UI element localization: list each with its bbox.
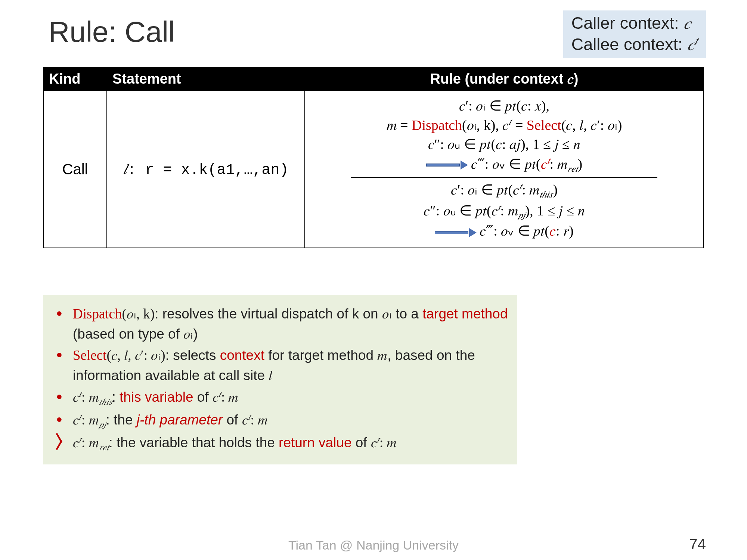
n5sup2: 𝑡 (377, 435, 379, 444)
n4b: : 𝑚 (81, 412, 99, 427)
stmt-rest: : r = x.k(a1,…,an) (127, 162, 288, 178)
l6a: 𝑐″: 𝑜ᵤ ∈ 𝑝𝑡(𝑐 (424, 202, 498, 218)
n5sup: 𝑡 (79, 435, 81, 444)
note-select: Select(𝑐, 𝑙, 𝑐′: 𝑜ᵢ): selects context fo… (52, 345, 508, 385)
cell-kind: Call (44, 91, 107, 248)
n5b: : 𝑚 (81, 435, 99, 450)
l6sub: 𝑝𝑗 (518, 210, 525, 220)
n3e: of 𝑐 (193, 389, 218, 405)
page-number: 74 (689, 536, 706, 553)
th-kind: Kind (44, 67, 107, 91)
n5f: : 𝑚 (379, 435, 397, 450)
rule-concl-1: 𝑐′: 𝑜ᵢ ∈ 𝑝𝑡(𝑐𝑡: 𝑚𝑡ℎ𝑖𝑠) (451, 180, 558, 201)
n4a: 𝑐 (73, 412, 79, 427)
l7b: : 𝑟) (556, 223, 574, 239)
l4c: ) (578, 156, 583, 171)
n2a: Select (73, 348, 106, 363)
notes-box: Dispatch(𝑜ᵢ, k): resolves the virtual di… (43, 295, 517, 464)
l5sub: 𝑡ℎ𝑖𝑠 (539, 189, 553, 199)
n3b: : 𝑚 (81, 389, 99, 405)
l7a: 𝑐‴: 𝑜ᵥ ∈ 𝑝𝑡( (480, 223, 549, 239)
note-mret: 𝑐𝑡: 𝑚𝑟𝑒𝑡: the variable that holds the re… (52, 433, 508, 454)
n5d: return value (279, 435, 351, 450)
rule-premise-1: 𝑐′: 𝑜ᵢ ∈ 𝑝𝑡(𝑐: 𝑥), (459, 96, 549, 115)
callee-context-row: Callee context: 𝑐𝑡 (571, 34, 698, 55)
rule-concl-2: 𝑐″: 𝑜ᵤ ∈ 𝑝𝑡(𝑐𝑡: 𝑚𝑝𝑗), 1 ≤ 𝑗 ≤ 𝑛 (424, 201, 585, 222)
l6sup: 𝑡 (498, 202, 500, 212)
cell-rule: 𝑐′: 𝑜ᵢ ∈ 𝑝𝑡(𝑐: 𝑥), 𝑚 = Dispatch(𝑜ᵢ, k), … (305, 91, 703, 248)
dispatch-fn: Dispatch (412, 117, 462, 133)
callee-context-sym: 𝑐 (687, 35, 695, 54)
l6b: : 𝑚 (500, 202, 518, 218)
n5sub: 𝑟𝑒𝑡 (99, 442, 109, 452)
rule-concl-3: 𝑐‴: 𝑜ᵥ ∈ 𝑝𝑡(𝑐: 𝑟) (435, 221, 573, 240)
table-header: Kind Statement Rule (under context 𝑐) (44, 67, 703, 91)
n3a: 𝑐 (73, 389, 79, 405)
l2d: (𝑐, 𝑙, 𝑐′: 𝑜ᵢ) (561, 117, 622, 133)
stmt-l: 𝑙 (123, 161, 127, 177)
n3c: : (112, 389, 120, 405)
l5a: 𝑐′: 𝑜ᵢ ∈ 𝑝𝑡(𝑐 (451, 182, 519, 197)
n4f: : 𝑚 (251, 412, 268, 427)
callee-context-sup: 𝑡 (695, 34, 698, 46)
l4ct: 𝑐 (541, 156, 547, 171)
l4b: : 𝑚 (550, 156, 567, 171)
l4a: 𝑐‴: 𝑜ᵥ ∈ 𝑝𝑡( (471, 156, 541, 171)
n1d: target method (422, 306, 508, 321)
caller-context-sym: 𝑐 (684, 14, 691, 32)
slide-title: Rule: Call (49, 15, 175, 49)
l6c: ), 1 ≤ 𝑗 ≤ 𝑛 (525, 202, 585, 218)
n3sup: 𝑡 (79, 389, 81, 398)
n1a: Dispatch (73, 306, 122, 321)
n5e: of 𝑐 (352, 435, 377, 450)
arrow-icon (426, 162, 467, 168)
n3sup2: 𝑡 (218, 389, 221, 398)
n4sub: 𝑝𝑗 (99, 420, 106, 429)
table-row: Call 𝑙: r = x.k(a1,…,an) 𝑐′: 𝑜ᵢ ∈ 𝑝𝑡(𝑐: … (44, 91, 703, 248)
note-mpj: 𝑐𝑡: 𝑚𝑝𝑗: the j-th parameter of 𝑐𝑡: 𝑚 (52, 410, 508, 431)
th-rule: Rule (under context 𝑐) (305, 67, 703, 91)
rule-premise-4: 𝑐‴: 𝑜ᵥ ∈ 𝑝𝑡(𝑐𝑡: 𝑚𝑟𝑒𝑡) (426, 154, 582, 175)
rule-table: Kind Statement Rule (under context 𝑐) Ca… (43, 67, 704, 248)
l2a: 𝑚 = (387, 117, 412, 133)
l5c: ) (553, 182, 558, 197)
footer-text: Tian Tan @ Nanjing University (0, 538, 747, 553)
n4c: : the (106, 412, 137, 427)
l7c: 𝑐 (549, 223, 556, 239)
n1e: (based on type of 𝑜ᵢ) (73, 326, 198, 342)
note-dispatch: Dispatch(𝑜ᵢ, k): resolves the virtual di… (52, 304, 508, 344)
caller-context-label: Caller context: (571, 13, 684, 32)
n4sup: 𝑡 (79, 411, 81, 421)
n4sup2: 𝑡 (248, 411, 251, 421)
n5c: : the variable that holds the (109, 435, 279, 450)
l5b: : 𝑚 (522, 182, 539, 197)
n2d: context (220, 348, 264, 363)
n4e: of 𝑐 (223, 412, 248, 427)
cell-statement: 𝑙: r = x.k(a1,…,an) (107, 91, 305, 248)
n3sub: 𝑡ℎ𝑖𝑠 (99, 397, 112, 407)
arrow-icon (435, 229, 476, 236)
n3f: : 𝑚 (221, 389, 239, 405)
n2c: : selects (165, 348, 220, 363)
l2b: (𝑜ᵢ, k), 𝑐 (462, 117, 509, 133)
th-statement: Statement (107, 67, 305, 91)
inference-line (351, 177, 657, 178)
l4sub: 𝑟𝑒𝑡 (567, 164, 578, 174)
l2c: = (511, 117, 526, 133)
note-mthis: 𝑐𝑡: 𝑚𝑡ℎ𝑖𝑠: this variable of 𝑐𝑡: 𝑚 (52, 387, 508, 408)
select-fn: Select (527, 117, 561, 133)
caller-context-row: Caller context: 𝑐 (571, 13, 698, 34)
callee-context-label: Callee context: (571, 35, 687, 54)
context-legend-box: Caller context: 𝑐 Callee context: 𝑐𝑡 (563, 10, 706, 58)
rule-premise-3: 𝑐″: 𝑜ᵤ ∈ 𝑝𝑡(𝑐: 𝑎𝑗), 1 ≤ 𝑗 ≤ 𝑛 (428, 135, 581, 154)
rule-premise-2: 𝑚 = Dispatch(𝑜ᵢ, k), 𝑐𝑡 = Select(𝑐, 𝑙, 𝑐… (387, 115, 622, 135)
l4sup: 𝑡 (547, 155, 550, 165)
n3d: this variable (120, 389, 193, 405)
n1b: (𝑜ᵢ, k) (122, 306, 155, 321)
n2b: (𝑐, 𝑙, 𝑐′: 𝑜ᵢ) (106, 348, 165, 363)
n1c: : resolves the virtual dispatch of k on … (155, 306, 422, 321)
n5a: 𝑐 (73, 435, 79, 450)
n4d: j-th parameter (137, 412, 223, 427)
